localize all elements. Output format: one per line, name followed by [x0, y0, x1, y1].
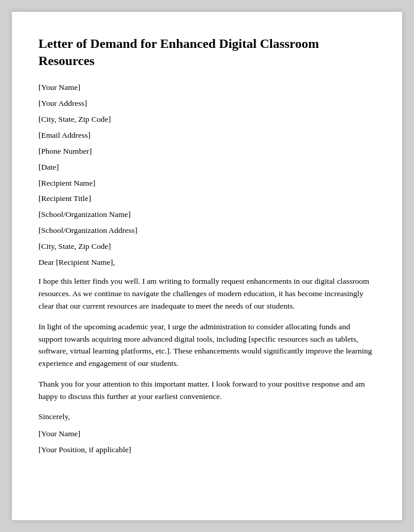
letter-title: Letter of Demand for Enhanced Digital Cl…: [38, 35, 376, 69]
recipient-title: [Recipient Title]: [38, 193, 376, 205]
salutation: Dear [Recipient Name],: [38, 257, 376, 268]
recipient-city-state-zip: [City, State, Zip Code]: [38, 241, 376, 252]
sender-email: [Email Address]: [38, 130, 376, 141]
body-paragraph-2: In light of the upcoming academic year, …: [38, 321, 376, 371]
sender-address: [Your Address]: [38, 98, 376, 109]
letter-document: Letter of Demand for Enhanced Digital Cl…: [12, 12, 402, 520]
recipient-org-name: [School/Organization Name]: [38, 209, 376, 220]
closing: Sincerely,: [38, 411, 376, 423]
sender-phone: [Phone Number]: [38, 146, 376, 157]
recipient-name: [Recipient Name]: [38, 178, 376, 189]
sender-name: [Your Name]: [38, 82, 376, 93]
letter-date: [Date]: [38, 162, 376, 173]
sender-city-state-zip: [City, State, Zip Code]: [38, 114, 376, 125]
recipient-org-address: [School/Organization Address]: [38, 225, 376, 236]
recipient-address-block: [Recipient Name] [Recipient Title] [Scho…: [38, 178, 376, 252]
body-paragraph-3: Thank you for your attention to this imp…: [38, 378, 376, 403]
sender-address-block: [Your Name] [Your Address] [City, State,…: [38, 82, 376, 173]
body-paragraph-1: I hope this letter finds you well. I am …: [38, 275, 376, 313]
signature-name: [Your Name]: [38, 429, 376, 440]
signature-position: [Your Position, if applicable]: [38, 445, 376, 456]
